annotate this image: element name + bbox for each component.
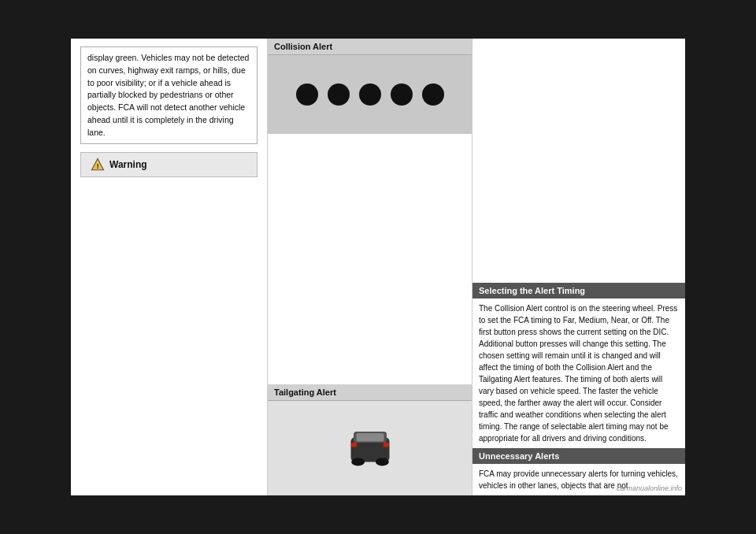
collision-display	[268, 55, 472, 134]
collision-alert-section: Collision Alert	[268, 39, 472, 134]
left-body-text-content: display green. Vehicles may not be detec…	[87, 53, 249, 137]
selecting-alert-header: Selecting the Alert Timing	[472, 283, 685, 299]
collision-alert-header: Collision Alert	[268, 39, 472, 55]
warning-triangle-icon: !	[91, 158, 105, 172]
warning-box: ! Warning	[80, 152, 258, 177]
svg-rect-6	[351, 443, 357, 447]
svg-point-4	[351, 458, 365, 466]
tailgating-alert-section: Tailgating Alert	[268, 384, 472, 495]
collision-dot-3	[359, 83, 381, 106]
svg-point-5	[376, 458, 389, 466]
left-column: display green. Vehicles may not be detec…	[71, 39, 268, 495]
collision-dot-2	[328, 83, 350, 106]
warning-label: Warning	[109, 159, 147, 170]
right-column: Selecting the Alert Timing The Collision…	[472, 39, 685, 495]
tailgating-display	[268, 401, 472, 495]
unnecessary-alerts-header: Unnecessary Alerts	[472, 448, 685, 464]
selecting-alert-section: Selecting the Alert Timing The Collision…	[472, 283, 685, 448]
tailgating-alert-header: Tailgating Alert	[268, 384, 472, 401]
collision-dot-4	[391, 83, 413, 106]
collision-dot-1	[296, 83, 318, 106]
middle-spacer	[268, 134, 472, 384]
car-icon	[343, 425, 398, 472]
page-container: display green. Vehicles may not be detec…	[71, 39, 685, 495]
selecting-alert-body: The Collision Alert control is on the st…	[472, 299, 685, 448]
middle-column: Collision Alert Tailgating Alert	[268, 39, 472, 495]
svg-rect-3	[356, 433, 384, 442]
left-body-text: display green. Vehicles may not be detec…	[80, 46, 258, 144]
svg-rect-7	[383, 443, 388, 447]
collision-dot-5	[422, 83, 444, 106]
right-spacer	[472, 39, 685, 283]
watermark: carmanualonline.info	[617, 484, 682, 492]
svg-text:!: !	[97, 163, 99, 170]
